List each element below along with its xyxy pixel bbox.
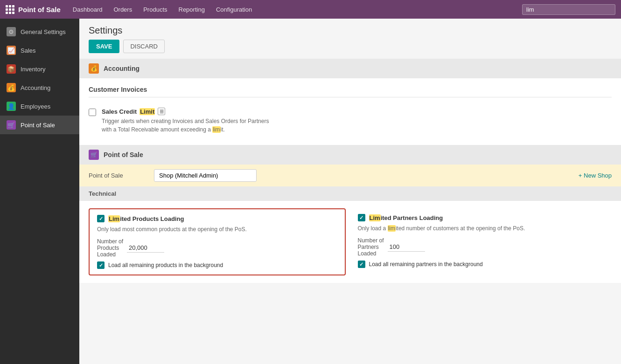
accounting-section-icon: 💰 — [89, 63, 99, 74]
load-remaining-products-checkbox[interactable] — [97, 261, 105, 269]
num-partners-loaded-row: Number of Partners Loaded — [358, 237, 605, 257]
num-partners-input[interactable] — [388, 242, 425, 252]
accounting-section-content: Customer Invoices Sales Credit Limit ☰ T… — [79, 78, 621, 145]
accounting-section-header: 💰 Accounting — [79, 59, 621, 78]
pos-select-wrap: Shop (Mitchell Admin) — [154, 169, 569, 182]
limited-partners-label: Limited Partners Loading — [358, 214, 605, 221]
limited-products-desc: Only load most common products at the op… — [97, 225, 337, 234]
label-highlight: Limit — [140, 108, 155, 115]
sidebar-label-inventory: Inventory — [21, 66, 45, 73]
pos-shop-select[interactable]: Shop (Mitchell Admin) — [154, 169, 257, 182]
sidebar-item-inventory[interactable]: 📦 Inventory — [0, 60, 79, 78]
limited-partners-desc: Only load a limited number of customers … — [358, 224, 605, 233]
nav-dashboard[interactable]: Dashboard — [68, 4, 107, 15]
sales-credit-limit-checkbox[interactable] — [89, 109, 96, 116]
sidebar-label-general: General Settings — [21, 28, 66, 35]
brand-label: Point of Sale — [18, 6, 61, 14]
limited-partners-checkbox[interactable] — [358, 214, 365, 221]
search-input[interactable] — [522, 4, 615, 15]
load-remaining-partners-label: Load all remaining partners in the backg… — [369, 261, 483, 268]
grid-icon — [6, 5, 14, 14]
page-header: Settings — [79, 19, 621, 40]
sidebar-label-pos: Point of Sale — [21, 122, 55, 129]
sales-icon: 📈 — [7, 46, 16, 55]
sidebar-item-sales[interactable]: 📈 Sales — [0, 41, 79, 60]
limited-products-label: Limited Products Loading — [97, 215, 337, 222]
gear-icon: ⚙ — [7, 27, 16, 36]
toolbar: SAVE DISCARD — [79, 40, 621, 53]
topnav-menu: Dashboard Orders Products Reporting Conf… — [68, 4, 257, 15]
limited-partners-card: Limited Partners Loading Only load a lim… — [350, 208, 612, 275]
main-content: Settings SAVE DISCARD 💰 Accounting Custo… — [79, 19, 621, 364]
limited-products-label-text: Limited Products Loading — [108, 215, 184, 222]
nav-products[interactable]: Products — [139, 4, 172, 15]
sales-credit-limit-label: Sales Credit Limit ☰ — [102, 108, 612, 115]
sidebar-item-general-settings[interactable]: ⚙ General Settings — [0, 22, 79, 41]
setting-description: Trigger alerts when creating Invoices an… — [102, 117, 612, 134]
accounting-icon: 💰 — [7, 83, 16, 92]
limited-products-checkbox[interactable] — [97, 215, 105, 222]
load-remaining-partners-row: Load all remaining partners in the backg… — [358, 261, 605, 268]
customer-invoices-title: Customer Invoices — [89, 86, 612, 97]
label-before: Sales Credit — [102, 108, 137, 115]
desc-highlight: lim — [212, 126, 220, 133]
load-remaining-partners-checkbox[interactable] — [358, 261, 365, 268]
info-icon[interactable]: ☰ — [158, 108, 165, 115]
nav-reporting[interactable]: Reporting — [174, 4, 209, 15]
sales-credit-limit-block: Sales Credit Limit ☰ Trigger alerts when… — [102, 108, 612, 134]
pos-bar: Point of Sale Shop (Mitchell Admin) + Ne… — [79, 165, 621, 186]
load-remaining-products-label: Load all remaining products in the backg… — [108, 262, 223, 268]
discard-button[interactable]: DISCARD — [123, 40, 165, 53]
nav-orders[interactable]: Orders — [109, 4, 137, 15]
topnav: Point of Sale Dashboard Orders Products … — [0, 0, 621, 19]
nav-configuration[interactable]: Configuration — [211, 4, 257, 15]
num-products-loaded-row: Number of Products Loaded — [97, 238, 337, 258]
limited-partners-label-text: Limited Partners Loading — [369, 214, 443, 221]
sidebar-label-employees: Employees — [21, 103, 50, 110]
sidebar-label-accounting: Accounting — [21, 84, 50, 91]
layout: ⚙ General Settings 📈 Sales 📦 Inventory 💰… — [0, 19, 621, 364]
sidebar: ⚙ General Settings 📈 Sales 📦 Inventory 💰… — [0, 19, 79, 364]
load-remaining-products-row: Load all remaining products in the backg… — [97, 261, 337, 269]
pos-section-title: Point of Sale — [104, 151, 143, 158]
pos-icon: 🛒 — [7, 120, 16, 130]
brand: Point of Sale — [6, 5, 61, 14]
num-products-input[interactable] — [127, 243, 164, 253]
pos-section-icon: 🛒 — [89, 150, 99, 160]
pos-bar-label: Point of Sale — [89, 172, 145, 179]
sidebar-item-pos[interactable]: 🛒 Point of Sale — [0, 116, 79, 134]
save-button[interactable]: SAVE — [89, 40, 119, 53]
page-title: Settings — [89, 25, 122, 36]
pos-section-header: 🛒 Point of Sale — [79, 145, 621, 165]
sales-credit-limit-row: Sales Credit Limit ☰ Trigger alerts when… — [89, 104, 612, 137]
employees-icon: 👤 — [7, 102, 16, 111]
sidebar-label-sales: Sales — [21, 47, 36, 54]
technical-header: Technical — [79, 186, 621, 201]
sidebar-item-accounting[interactable]: 💰 Accounting — [0, 78, 79, 97]
accounting-section-title: Accounting — [104, 65, 140, 72]
sidebar-item-employees[interactable]: 👤 Employees — [0, 97, 79, 116]
inventory-icon: 📦 — [7, 64, 16, 74]
technical-grid: Limited Products Loading Only load most … — [79, 201, 621, 283]
new-shop-button[interactable]: + New Shop — [579, 172, 612, 179]
limited-products-card: Limited Products Loading Only load most … — [89, 208, 346, 275]
